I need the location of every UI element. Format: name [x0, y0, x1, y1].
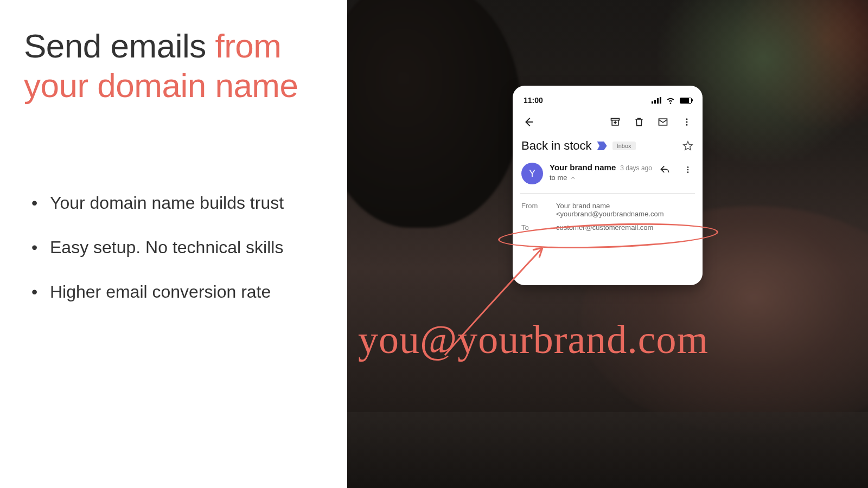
callout-email: you@yourbrand.com [358, 317, 709, 363]
email-toolbar [520, 112, 695, 136]
from-value: Your brand name <yourbrand@yourbrandname… [556, 202, 694, 218]
sent-time: 3 days ago [620, 164, 652, 172]
trash-icon[interactable] [633, 116, 645, 128]
mail-icon[interactable] [657, 116, 669, 128]
reply-icon[interactable] [659, 164, 671, 176]
to-label: To [521, 223, 556, 232]
sender-name: Your brand name [550, 163, 616, 172]
svg-rect-0 [611, 118, 620, 120]
battery-icon [680, 98, 692, 104]
more-icon[interactable] [681, 116, 693, 128]
right-panel: 11:00 [347, 0, 868, 488]
phone-statusbar: 11:00 [520, 93, 695, 112]
to-value: customer@customeremail.com [556, 223, 694, 232]
back-icon[interactable] [522, 116, 534, 128]
headline-plain: Send emails [24, 27, 215, 65]
status-time: 11:00 [524, 96, 543, 105]
svg-point-2 [686, 118, 688, 120]
left-panel: Send emails from your domain name Your d… [0, 0, 347, 488]
bullet-list: Your domain name builds trust Easy setup… [24, 192, 323, 303]
archive-icon[interactable] [609, 116, 621, 128]
star-icon[interactable] [682, 140, 694, 152]
background-shape [347, 0, 521, 228]
phone-mockup: 11:00 [513, 86, 703, 285]
recipient-summary: to me [550, 174, 567, 182]
background-shape [347, 412, 868, 488]
chevron-up-icon[interactable] [570, 175, 576, 181]
svg-point-5 [687, 166, 689, 168]
from-label: From [521, 202, 556, 218]
wifi-icon [665, 94, 676, 106]
bullet-item: Easy setup. No technical skills [24, 236, 323, 259]
bullet-item: Higher email conversion rate [24, 281, 323, 304]
svg-point-7 [687, 171, 689, 173]
inbox-chip[interactable]: Inbox [612, 142, 636, 150]
svg-point-4 [686, 124, 688, 126]
email-subject: Back in stock [521, 139, 592, 153]
headline: Send emails from your domain name [24, 26, 323, 105]
more-icon[interactable] [682, 164, 694, 176]
bullet-item: Your domain name builds trust [24, 192, 323, 215]
signal-icon [652, 97, 661, 104]
email-details: From Your brand name <yourbrand@yourbran… [520, 193, 695, 237]
subject-row: Back in stock Inbox [520, 136, 695, 162]
svg-point-6 [687, 169, 689, 171]
sender-row: Y Your brand name 3 days ago to me [520, 162, 695, 190]
sender-avatar: Y [521, 163, 543, 184]
svg-point-3 [686, 121, 688, 123]
marketing-slide: Send emails from your domain name Your d… [0, 0, 868, 488]
category-tag-icon [597, 142, 607, 150]
